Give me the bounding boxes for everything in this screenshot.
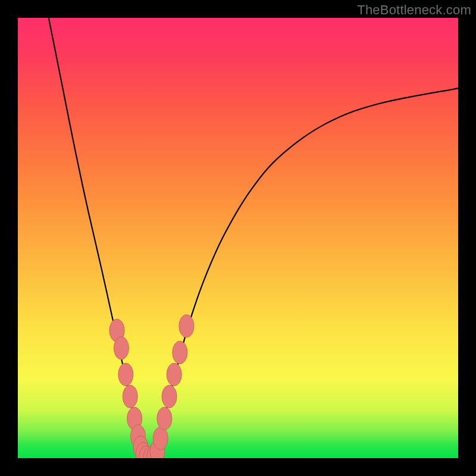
data-marker (173, 341, 187, 364)
curve-right-branch (156, 88, 458, 458)
data-marker (162, 385, 177, 408)
data-marker (157, 407, 172, 430)
chart-frame: TheBottleneck.com (0, 0, 476, 476)
chart-svg (18, 18, 458, 458)
data-marker (114, 337, 129, 359)
data-marker (179, 315, 194, 337)
data-marker (118, 363, 133, 386)
plot-area (18, 18, 458, 458)
watermark-text: TheBottleneck.com (357, 2, 471, 18)
data-marker (153, 427, 168, 449)
data-marker (123, 385, 137, 408)
data-markers (109, 315, 194, 458)
data-marker (167, 363, 181, 386)
